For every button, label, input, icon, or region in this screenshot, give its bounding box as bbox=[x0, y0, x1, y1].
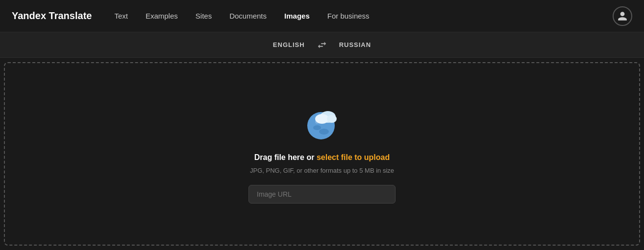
file-drop-zone[interactable]: Drag file here or select file to upload … bbox=[4, 62, 640, 246]
drop-zone-wrapper: Drag file here or select file to upload … bbox=[0, 58, 644, 250]
drop-zone-main-text: Drag file here or select file to upload bbox=[254, 153, 390, 162]
svg-point-5 bbox=[319, 129, 329, 135]
svg-point-6 bbox=[315, 120, 319, 124]
language-bar: ENGLISH RUSSIAN bbox=[0, 32, 644, 58]
svg-point-3 bbox=[327, 115, 337, 123]
target-language[interactable]: RUSSIAN bbox=[339, 41, 372, 48]
brand-logo: Yandex Translate bbox=[12, 10, 92, 22]
source-language[interactable]: ENGLISH bbox=[273, 41, 305, 48]
nav-item-forbusiness[interactable]: For business bbox=[321, 8, 376, 24]
nav-item-documents[interactable]: Documents bbox=[223, 8, 273, 24]
nav-item-sites[interactable]: Sites bbox=[189, 8, 219, 24]
nav-item-images[interactable]: Images bbox=[277, 8, 317, 24]
image-url-input[interactable] bbox=[248, 185, 396, 204]
drop-zone-sub-text: JPG, PNG, GIF, or other formats up to 5 … bbox=[250, 166, 394, 176]
swap-languages-button[interactable] bbox=[317, 40, 327, 50]
nav-links: Text Examples Sites Documents Images For… bbox=[107, 8, 613, 24]
user-avatar-button[interactable] bbox=[613, 6, 632, 26]
svg-point-4 bbox=[313, 125, 321, 130]
upload-image-icon bbox=[302, 104, 342, 143]
nav-item-examples[interactable]: Examples bbox=[139, 8, 185, 24]
nav-item-text[interactable]: Text bbox=[107, 8, 135, 24]
navbar: Yandex Translate Text Examples Sites Doc… bbox=[0, 0, 644, 32]
select-file-link[interactable]: select file to upload bbox=[317, 153, 390, 161]
